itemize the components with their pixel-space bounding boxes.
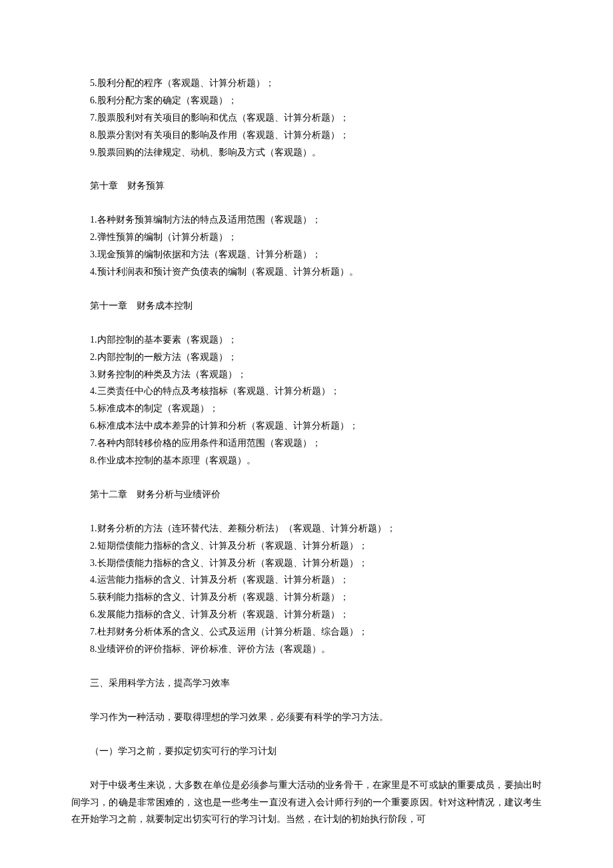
text-line: 5.获利能力指标的含义、计算及分析（客观题、计算分析题）； (71, 589, 542, 606)
text-line: 4.三类责任中心的特点及考核指标（客观题、计算分析题）； (71, 383, 542, 400)
text-line: 第十章 财务预算 (71, 177, 542, 195)
text-line: 学习作为一种活动，要取得理想的学习效果，必须要有科学的学习方法。 (71, 709, 542, 726)
text-line: 9.股票回购的法律规定、动机、影响及方式（客观题）。 (71, 144, 542, 161)
text-line: 2.内部控制的一般方法（客观题）； (71, 349, 542, 366)
text-line: 4.预计利润表和预计资产负债表的编制（客观题、计算分析题）。 (71, 263, 542, 281)
text-line: 2.短期偿债能力指标的含义、计算及分析（客观题、计算分析题）； (71, 537, 542, 555)
blank-line (71, 658, 542, 675)
text-line: 3.财务控制的种类及方法（客观题）； (71, 366, 542, 383)
text-line: 7.杜邦财务分析体系的含义、公式及运用（计算分析题、综合题）； (71, 623, 542, 641)
text-line: 6.发展能力指标的含义、计算及分析（客观题、计算分析题）； (71, 606, 542, 623)
text-line: 第十一章 财务成本控制 (71, 297, 542, 315)
text-line: 7.各种内部转移价格的应用条件和适用范围（客观题）； (71, 435, 542, 452)
blank-line (71, 195, 542, 211)
text-line: 1.各种财务预算编制方法的特点及适用范围（客观题）； (71, 211, 542, 229)
text-line: 1.财务分析的方法（连环替代法、差额分析法）（客观题、计算分析题）； (71, 520, 542, 537)
blank-line (71, 760, 542, 777)
text-line: 8.业绩评价的评价指标、评价标准、评价方法（客观题）。 (71, 641, 542, 658)
text-line: 1.内部控制的基本要素（客观题）； (71, 331, 542, 349)
blank-line (71, 503, 542, 520)
blank-line (71, 315, 542, 331)
text-line: 4.运营能力指标的含义、计算及分析（客观题、计算分析题）； (71, 571, 542, 589)
text-line: 3.长期偿债能力指标的含义、计算及分析（客观题、计算分析题）； (71, 555, 542, 572)
blank-line (71, 469, 542, 486)
text-line: 7.股票股利对有关项目的影响和优点（客观题、计算分析题）； (71, 109, 542, 127)
text-line: 8.作业成本控制的基本原理（客观题）。 (71, 452, 542, 469)
text-line: 三、采用科学方法，提高学习效率 (71, 675, 542, 692)
text-line: 6.标准成本法中成本差异的计算和分析（客观题、计算分析题）； (71, 417, 542, 435)
text-line: （一）学习之前，要拟定切实可行的学习计划 (71, 743, 542, 760)
text-line: 5.标准成本的制定（客观题）； (71, 400, 542, 417)
text-line: 2.弹性预算的编制（计算分析题）； (71, 229, 542, 246)
text-line: 8.股票分割对有关项目的影响及作用（客观题、计算分析题）； (71, 127, 542, 144)
document-body: 5.股利分配的程序（客观题、计算分析题）；6.股利分配方案的确定（客观题）；7.… (71, 75, 542, 828)
text-line: 5.股利分配的程序（客观题、计算分析题）； (71, 75, 542, 92)
text-line: 6.股利分配方案的确定（客观题）； (71, 92, 542, 109)
blank-line (71, 726, 542, 743)
text-line: 第十二章 财务分析与业绩评价 (71, 486, 542, 503)
text-line: 对于中级考生来说，大多数在单位是必须参与重大活动的业务骨干，在家里是不可或缺的重… (71, 777, 542, 829)
blank-line (71, 161, 542, 177)
text-line: 3.现金预算的编制依据和方法（客观题、计算分析题）； (71, 246, 542, 263)
blank-line (71, 281, 542, 297)
blank-line (71, 692, 542, 709)
